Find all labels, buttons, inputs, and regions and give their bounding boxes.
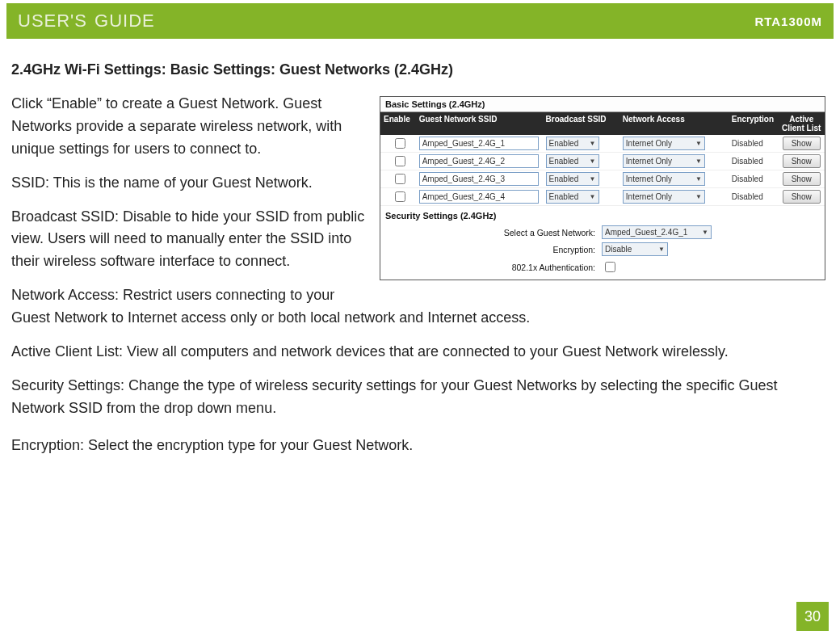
th-network-access: Network Access bbox=[623, 115, 732, 132]
table-header-row: Enable Guest Network SSID Broadcast SSID… bbox=[380, 112, 825, 135]
broadcast-select[interactable]: Enabled▼ bbox=[546, 137, 599, 150]
paragraph: Active Client List: View all computers a… bbox=[11, 341, 829, 364]
encryption-status: Disabled bbox=[732, 157, 782, 166]
guide-title: USER'S GUIDE bbox=[18, 11, 155, 32]
chevron-down-icon: ▼ bbox=[658, 246, 665, 253]
enable-checkbox[interactable] bbox=[395, 138, 405, 149]
th-encryption: Encryption bbox=[732, 115, 782, 132]
chevron-down-icon: ▼ bbox=[695, 175, 702, 183]
table-row: Enabled▼ Internet Only▼ Disabled Show bbox=[380, 153, 825, 170]
broadcast-select[interactable]: Enabled▼ bbox=[546, 190, 599, 204]
chevron-down-icon: ▼ bbox=[695, 158, 702, 165]
th-ssid: Guest Network SSID bbox=[418, 115, 546, 132]
show-button[interactable]: Show bbox=[783, 172, 821, 186]
chevron-down-icon: ▼ bbox=[695, 193, 702, 200]
enable-checkbox[interactable] bbox=[395, 174, 405, 184]
select-network-label: Select a Guest Network: bbox=[385, 228, 602, 238]
page-number: 30 bbox=[796, 602, 829, 631]
table-row: Enabled▼ Internet Only▼ Disabled Show bbox=[380, 135, 825, 153]
show-button[interactable]: Show bbox=[783, 154, 821, 168]
chevron-down-icon: ▼ bbox=[702, 229, 708, 236]
table-row: Enabled▼ Internet Only▼ Disabled Show bbox=[380, 188, 825, 206]
encryption-status: Disabled bbox=[732, 174, 782, 183]
settings-panel: Basic Settings (2.4GHz) Enable Guest Net… bbox=[380, 96, 825, 280]
enable-checkbox[interactable] bbox=[395, 191, 405, 202]
network-access-select[interactable]: Internet Only▼ bbox=[623, 137, 705, 150]
th-client-list: Active Client List bbox=[781, 115, 821, 132]
broadcast-select[interactable]: Enabled▼ bbox=[546, 154, 599, 168]
chevron-down-icon: ▼ bbox=[590, 140, 596, 147]
chevron-down-icon: ▼ bbox=[590, 158, 596, 165]
basic-settings-header: Basic Settings (2.4GHz) bbox=[380, 97, 825, 112]
section-title: 2.4GHz Wi-Fi Settings: Basic Settings: G… bbox=[11, 61, 834, 78]
model-number: RTA1300M bbox=[754, 15, 822, 28]
network-access-select[interactable]: Internet Only▼ bbox=[623, 190, 705, 204]
encryption-status: Disabled bbox=[732, 192, 782, 201]
encryption-label: Encryption: bbox=[385, 245, 602, 254]
ssid-input[interactable] bbox=[419, 190, 539, 204]
network-access-select[interactable]: Internet Only▼ bbox=[623, 154, 705, 168]
auth-checkbox[interactable] bbox=[605, 262, 615, 272]
security-select-row: Select a Guest Network: Amped_Guest_2.4G… bbox=[380, 224, 825, 241]
ssid-input[interactable] bbox=[419, 172, 539, 186]
paragraph: Network Access: Restrict users connectin… bbox=[11, 284, 829, 330]
chevron-down-icon: ▼ bbox=[590, 193, 596, 200]
paragraph: Encryption: Select the encryption type f… bbox=[11, 435, 829, 457]
th-broadcast: Broadcast SSID bbox=[546, 115, 623, 132]
network-access-select[interactable]: Internet Only▼ bbox=[623, 172, 705, 186]
broadcast-select[interactable]: Enabled▼ bbox=[546, 172, 599, 186]
table-row: Enabled▼ Internet Only▼ Disabled Show bbox=[380, 170, 825, 188]
security-settings-header: Security Settings (2.4GHz) bbox=[380, 206, 825, 224]
security-encryption-row: Encryption: Disable▼ bbox=[380, 241, 825, 258]
header-banner: USER'S GUIDE RTA1300M bbox=[6, 3, 834, 40]
th-enable: Enable bbox=[384, 115, 418, 132]
encryption-select[interactable]: Disable▼ bbox=[602, 242, 668, 256]
ssid-input[interactable] bbox=[419, 154, 539, 168]
chevron-down-icon: ▼ bbox=[695, 140, 702, 147]
paragraph: Security Settings: Change the type of wi… bbox=[11, 375, 829, 420]
enable-checkbox[interactable] bbox=[395, 156, 405, 166]
show-button[interactable]: Show bbox=[783, 190, 821, 204]
guest-network-select[interactable]: Amped_Guest_2.4G_1▼ bbox=[602, 225, 712, 239]
show-button[interactable]: Show bbox=[783, 137, 821, 150]
auth-label: 802.1x Authentication: bbox=[385, 263, 602, 272]
ssid-input[interactable] bbox=[419, 137, 539, 150]
security-auth-row: 802.1x Authentication: bbox=[380, 258, 825, 280]
chevron-down-icon: ▼ bbox=[590, 175, 596, 183]
encryption-status: Disabled bbox=[732, 139, 782, 148]
